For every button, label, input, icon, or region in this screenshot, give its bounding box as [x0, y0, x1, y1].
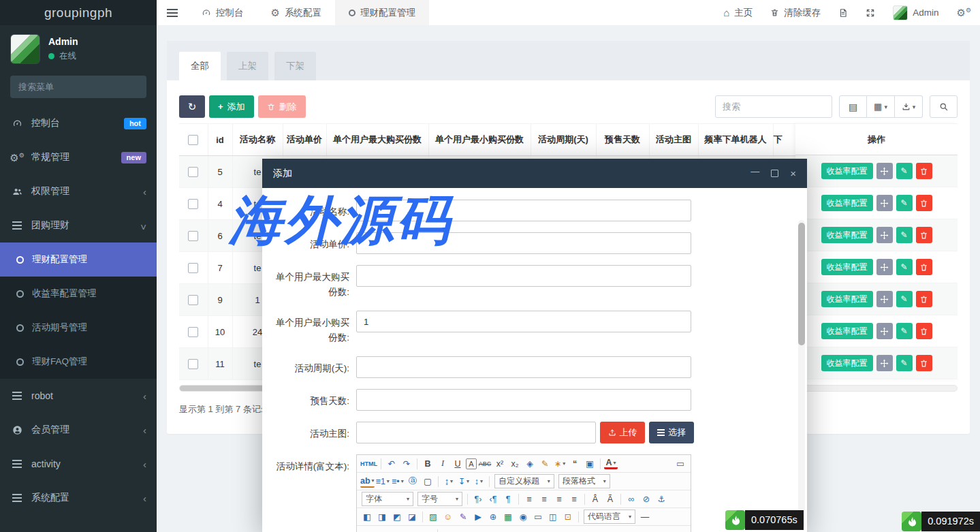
export-button[interactable]: ▾: [895, 95, 923, 118]
activity-price-input[interactable]: [356, 232, 691, 254]
dialog-scrollbar[interactable]: [798, 220, 805, 529]
edit-button[interactable]: ✎: [896, 323, 913, 339]
sidebar-item-robot[interactable]: robot ‹: [0, 379, 157, 413]
main-image-input[interactable]: [356, 422, 596, 443]
columns-button[interactable]: ▦▾: [867, 95, 895, 118]
rate-config-button[interactable]: 收益率配置: [821, 355, 873, 371]
underline-icon[interactable]: U: [451, 457, 464, 471]
paragraph-spacing-icon[interactable]: ↨▾: [442, 475, 456, 488]
wrap-left-icon[interactable]: ◩: [390, 510, 404, 524]
move-button[interactable]: [876, 355, 893, 371]
row-checkbox[interactable]: [188, 199, 198, 209]
emotion-icon[interactable]: ☺: [441, 510, 455, 524]
insert-row-icon[interactable]: ▤: [441, 528, 455, 532]
insert-image-icon[interactable]: ▨: [426, 510, 440, 524]
anchor-icon[interactable]: ⚓: [654, 492, 668, 506]
spacing-after-icon[interactable]: ↧▾: [457, 475, 471, 488]
choose-button[interactable]: 选择: [649, 422, 694, 443]
tab-off-shelf[interactable]: 下架: [274, 52, 316, 80]
wrap-right-icon[interactable]: ◪: [405, 510, 419, 524]
maximize-icon[interactable]: [771, 170, 778, 177]
edit-button[interactable]: ✎: [896, 355, 913, 371]
sidebar-item-members[interactable]: 会员管理 ‹: [0, 413, 157, 447]
move-button[interactable]: [876, 163, 893, 179]
scrollbar-thumb[interactable]: [798, 223, 805, 345]
snapscreen-icon[interactable]: ⊡: [561, 510, 575, 524]
sidebar-item-faq-manage[interactable]: 理财FAQ管理: [0, 345, 157, 379]
spellcheck-icon[interactable]: ab▾: [360, 475, 375, 488]
move-button[interactable]: [876, 323, 893, 339]
delete-row-button[interactable]: [916, 259, 932, 275]
edit-button[interactable]: ✎: [896, 163, 913, 179]
nav-tab-finance-config[interactable]: 理财配置管理: [335, 0, 429, 25]
upload-button[interactable]: 上传: [600, 422, 645, 443]
unordered-list-icon[interactable]: ≡•▾: [391, 475, 405, 488]
delete-row-button[interactable]: [916, 227, 932, 243]
rate-config-button[interactable]: 收益率配置: [821, 163, 873, 179]
edit-button[interactable]: ✎: [896, 227, 913, 243]
ordered-list-icon[interactable]: ≡1▾: [376, 475, 390, 488]
insert-video-icon[interactable]: ▶: [471, 510, 485, 524]
link-icon[interactable]: ∞: [625, 492, 638, 506]
insert-table-icon[interactable]: ▦: [360, 528, 374, 532]
tab-all[interactable]: 全部: [179, 52, 221, 80]
row-checkbox[interactable]: [188, 359, 198, 369]
delete-row-button[interactable]: [916, 163, 932, 179]
presale-days-input[interactable]: [356, 389, 691, 411]
search-button[interactable]: [930, 95, 958, 118]
nav-tab-system-config[interactable]: ⚙ 系统配置: [257, 0, 335, 25]
rate-config-button[interactable]: 收益率配置: [821, 227, 873, 243]
new-page-icon[interactable]: ▢: [421, 475, 434, 488]
auto-typeset-icon[interactable]: ∗▾: [553, 457, 567, 471]
row-checkbox[interactable]: [188, 327, 198, 337]
row-checkbox[interactable]: [188, 295, 198, 305]
align-right-icon[interactable]: ≡: [552, 492, 566, 506]
min-buy-input[interactable]: [356, 311, 691, 332]
blockquote-icon[interactable]: “: [568, 457, 582, 471]
table-search-input[interactable]: [715, 95, 832, 118]
add-button[interactable]: +添加: [209, 95, 254, 118]
user-menu[interactable]: Admin: [884, 0, 947, 25]
sidebar-item-general[interactable]: ⚙⚙ 常规管理 new: [0, 140, 157, 174]
sidebar-item-group-finance[interactable]: 团购理财 ˅: [0, 208, 157, 242]
redo-icon[interactable]: ↷: [400, 457, 413, 471]
trace-timer-page[interactable]: 0.091972s: [902, 512, 980, 531]
source-code-icon[interactable]: HTML: [360, 457, 377, 471]
settings-button[interactable]: ⚙⚙: [947, 0, 980, 25]
line-height-icon[interactable]: ↕▾: [472, 475, 486, 488]
paragraph-icon[interactable]: ¶: [501, 492, 515, 506]
move-button[interactable]: [876, 227, 893, 243]
font-color-icon[interactable]: A▾: [604, 458, 618, 469]
float-left-icon[interactable]: ◧: [360, 510, 374, 524]
detail-view-button[interactable]: ▤: [839, 95, 867, 118]
subscript-icon[interactable]: x₂: [508, 457, 522, 471]
select-all-checkbox[interactable]: [188, 135, 198, 145]
align-left-icon[interactable]: ≡: [522, 492, 536, 506]
format-brush-icon[interactable]: ✎: [538, 457, 552, 471]
merge-cells-icon[interactable]: ◫: [405, 528, 419, 532]
italic-icon[interactable]: I: [436, 457, 449, 471]
nav-tab-dashboard[interactable]: 控制台: [188, 0, 257, 25]
rate-config-button[interactable]: 收益率配置: [821, 259, 873, 275]
rate-config-button[interactable]: 收益率配置: [821, 195, 873, 211]
table-props-icon[interactable]: ▢: [375, 528, 389, 532]
minimize-icon[interactable]: —: [750, 167, 759, 176]
indent-icon[interactable]: ¶›: [471, 492, 485, 506]
delete-row-button[interactable]: [916, 195, 932, 211]
row-checkbox[interactable]: [188, 263, 198, 273]
rotate-right-char-icon[interactable]: Ã: [603, 492, 617, 506]
font-size-select[interactable]: 字号▾: [417, 492, 462, 506]
sidebar-item-period-manage[interactable]: 活动期号管理: [0, 311, 157, 345]
scrawl-icon[interactable]: ✎: [456, 510, 470, 524]
fullscreen-button[interactable]: [857, 0, 884, 25]
tab-on-shelf[interactable]: 上架: [227, 52, 268, 80]
float-right-icon[interactable]: ◨: [375, 510, 389, 524]
edit-button[interactable]: ✎: [896, 195, 913, 211]
edit-button[interactable]: ✎: [896, 291, 913, 307]
dialog-header[interactable]: 添加 — ×: [262, 159, 807, 188]
rate-config-button[interactable]: 收益率配置: [821, 323, 873, 339]
close-icon[interactable]: ×: [790, 168, 796, 178]
split-columns-icon[interactable]: ◫: [546, 510, 560, 524]
trace-timer-dialog[interactable]: 0.070765s: [725, 510, 804, 530]
delete-button[interactable]: 删除: [258, 95, 306, 118]
